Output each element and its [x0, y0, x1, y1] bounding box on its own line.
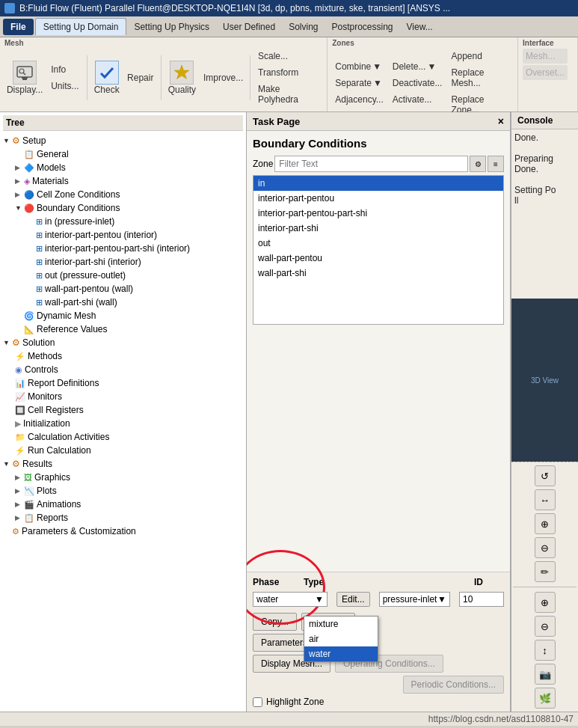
scale-button[interactable]: Scale... [255, 49, 322, 64]
task-bottom: Phase Type ID water ▼ mixture air water [247, 572, 510, 712]
zoom-fit-btn[interactable]: ⊕ [535, 592, 556, 613]
phase-label: Phase [253, 577, 298, 587]
init-icon: ▶ [15, 419, 21, 429]
tree-item-setup[interactable]: ▼ ⚙ Setup [3, 134, 243, 147]
zone-filter-clear-btn[interactable]: ≡ [488, 156, 504, 172]
phase-option-air[interactable]: air [304, 631, 378, 646]
phase-option-mixture[interactable]: mixture [304, 617, 378, 631]
improve-button[interactable]: Improve... [201, 70, 245, 85]
tree-item-graphics[interactable]: ▶ 🖼 Graphics [15, 471, 243, 484]
zone-item-interior-pentou-shi[interactable]: interior-part-pentou-part-shi [253, 206, 503, 221]
type-select[interactable]: pressure-inlet ▼ [379, 592, 450, 607]
periodic-conditions-button[interactable]: Periodic Conditions... [403, 676, 504, 694]
zone-filter-input[interactable] [274, 156, 468, 172]
tree-item-wall-pentou[interactable]: ⊞ wall-part-pentou (wall) [36, 282, 243, 296]
tree-item-dynamic-mesh[interactable]: 🌀 Dynamic Mesh [15, 309, 243, 322]
info-button[interactable]: Info [48, 62, 82, 77]
toolbar: Mesh Display... Info Units... [0, 37, 578, 112]
tree-item-plots[interactable]: ▶ 📉 Plots [15, 484, 243, 498]
tree-item-initialization[interactable]: ▶ Initialization [15, 417, 243, 430]
tree-item-models[interactable]: ▶ 🔷 Models [15, 161, 243, 174]
tab-setting-up-physics[interactable]: Setting Up Physics [128, 19, 215, 35]
delete-button[interactable]: Delete... ▼ [390, 59, 446, 74]
tree-item-report-definitions[interactable]: 📊 Report Definitions [15, 376, 243, 390]
zoom-region-btn[interactable]: ⊖ [535, 616, 556, 637]
append-button[interactable]: Append [448, 49, 513, 64]
zone-item-interior-pentou[interactable]: interior-part-pentou [253, 191, 503, 206]
activate-button[interactable]: Activate... [390, 92, 446, 107]
phase-dropdown-arrow: ▼ [315, 594, 324, 605]
tree-item-out[interactable]: ⊞ out (pressure-outlet) [36, 269, 243, 282]
zone-item-wall-pentou[interactable]: wall-part-pentou [253, 251, 503, 266]
tree-item-controls[interactable]: ◉ Controls [15, 363, 243, 376]
quality-button[interactable]: Quality [166, 58, 199, 97]
tree-item-animations[interactable]: ▶ 🎬 Animations [15, 498, 243, 511]
combine-button[interactable]: Combine ▼ [332, 59, 386, 74]
separate-button[interactable]: Separate ▼ [332, 76, 386, 91]
tree-item-run-calculation[interactable]: ⚡ Run Calculation [15, 444, 243, 457]
tree-item-reference-values[interactable]: 📐 Reference Values [15, 322, 243, 336]
tree-item-interior-shi[interactable]: ⊞ interior-part-shi (interior) [36, 255, 243, 269]
czc-icon: 🔵 [24, 190, 34, 200]
tab-setting-up-domain[interactable]: Setting Up Domain [35, 18, 127, 35]
tree-item-monitors[interactable]: 📈 Monitors [15, 390, 243, 403]
tree-item-wall-shi[interactable]: ⊞ wall-part-shi (wall) [36, 296, 243, 309]
deactivate-button[interactable]: Deactivate... [390, 76, 446, 91]
tree-item-materials[interactable]: ▶ ◈ Materials [15, 174, 243, 188]
zone-item-wall-shi[interactable]: wall-part-shi [253, 266, 503, 281]
toolbar-mesh-section: Mesh Display... Info Units... [0, 37, 328, 111]
tree-item-solution[interactable]: ▼ ⚙ Solution [3, 336, 243, 349]
display-button[interactable]: Display... [4, 58, 45, 97]
tree-item-reports[interactable]: ▶ 📋 Reports [15, 511, 243, 524]
mesh-section-label: Mesh [4, 39, 24, 47]
tree-item-calc-activities[interactable]: 📁 Calculation Activities [15, 430, 243, 444]
zone-filter-options-btn[interactable]: ⚙ [470, 156, 486, 172]
copy-button[interactable]: Copy... [253, 613, 297, 631]
scale-label: Scale... [258, 51, 288, 61]
zoom-in-btn[interactable]: ⊕ [535, 513, 556, 534]
tree-item-cell-zone-conditions[interactable]: ▶ 🔵 Cell Zone Conditions [15, 188, 243, 201]
file-menu[interactable]: File [3, 19, 34, 35]
pan-btn[interactable]: ↔ [535, 489, 556, 510]
make-poly-button[interactable]: Make Polyhedra [255, 82, 322, 107]
app-icon [4, 3, 15, 13]
phase-select[interactable]: water ▼ [253, 592, 328, 607]
check-button[interactable]: Check [92, 58, 122, 97]
adjacency-label: Adjacency... [335, 94, 383, 105]
phase-option-water[interactable]: water [304, 646, 378, 661]
draw-btn[interactable]: ✏ [535, 561, 556, 582]
tree-item-parameters[interactable]: ⚙ Parameters & Customization [3, 524, 243, 538]
task-panel-close[interactable]: × [498, 115, 504, 127]
zone-item-in[interactable]: in [253, 176, 503, 191]
tree-item-cell-registers[interactable]: 🔲 Cell Registers [15, 403, 243, 417]
tree-item-interior-pentou[interactable]: ⊞ interior-part-pentou (interior) [36, 228, 243, 242]
tab-postprocessing[interactable]: Postprocessing [326, 19, 399, 35]
tree-item-methods[interactable]: ⚡ Methods [15, 349, 243, 363]
units-button[interactable]: Units... [48, 79, 82, 94]
tree-item-boundary-conditions[interactable]: ▼ 🔴 Boundary Conditions [15, 201, 243, 215]
replace-mesh-button[interactable]: Replace Mesh... [448, 65, 513, 91]
zone-item-out[interactable]: out [253, 236, 503, 251]
toolbar-interface-section: Interface Mesh... Overset... [518, 37, 578, 111]
edit-button[interactable]: Edit... [336, 592, 370, 607]
type-selected-value: pressure-inlet [383, 594, 437, 605]
zone-item-interior-shi[interactable]: interior-part-shi [253, 221, 503, 236]
tree-btn[interactable]: 🌿 [535, 688, 556, 709]
refresh-btn[interactable]: ↺ [535, 465, 556, 486]
tab-user-defined[interactable]: User Defined [217, 19, 281, 35]
tab-view[interactable]: View... [401, 19, 439, 35]
repair-button[interactable]: Repair [125, 70, 156, 85]
tab-solving[interactable]: Solving [283, 19, 324, 35]
adjacency-button[interactable]: Adjacency... [332, 92, 386, 107]
zoom-out-btn[interactable]: ⊖ [535, 537, 556, 558]
tree-item-general[interactable]: 📋 General [15, 147, 243, 161]
tree-item-interior-pentou-shi[interactable]: ⊞ interior-part-pentou-part-shi (interio… [36, 242, 243, 255]
highlight-zone-checkbox[interactable] [253, 697, 262, 707]
dm-label: Dynamic Mesh [37, 311, 96, 321]
id-input[interactable] [459, 592, 504, 607]
camera-btn[interactable]: 📷 [535, 664, 556, 685]
rotate-btn[interactable]: ↕ [535, 640, 556, 661]
tree-item-in[interactable]: ⊞ in (pressure-inlet) [36, 215, 243, 228]
tree-item-results[interactable]: ▼ ⚙ Results [3, 457, 243, 471]
transform-button[interactable]: Transform [255, 65, 322, 80]
